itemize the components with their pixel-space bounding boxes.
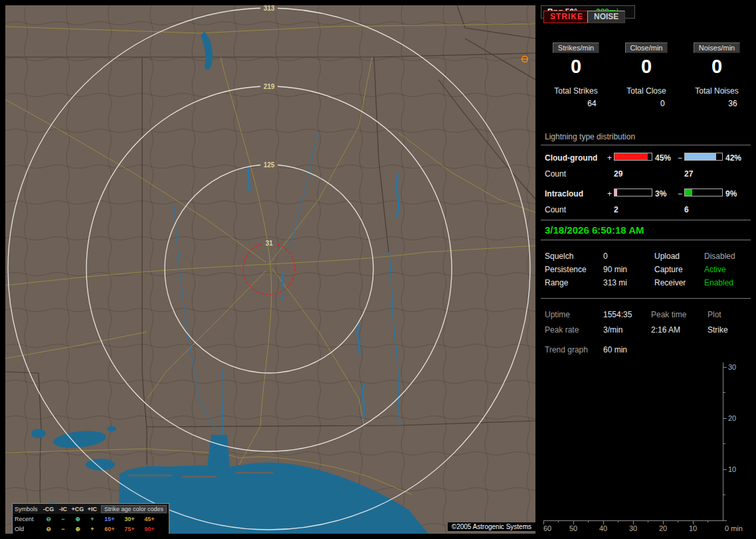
total-noises-value: 36 bbox=[695, 99, 738, 108]
capture-status: Active bbox=[704, 263, 726, 276]
total-close-label: Total Close bbox=[626, 86, 666, 96]
minus-sign: − bbox=[678, 189, 682, 199]
trend-axes bbox=[543, 362, 727, 524]
cg-neg-bar bbox=[684, 153, 723, 161]
capture-label: Capture bbox=[654, 263, 683, 276]
neg-cg-symbol-old: ⊖ bbox=[41, 526, 56, 532]
persistence-label: Persistence bbox=[545, 263, 587, 276]
uptime-row: Uptime 1554:35 Peak time Plot bbox=[541, 308, 752, 321]
total-noises-label: Total Noises bbox=[695, 86, 738, 96]
pos-cg-symbol: ⊕ bbox=[70, 516, 85, 522]
persistence-value: 90 min bbox=[603, 263, 627, 276]
status-panel: STRIKE NOISE Bng 50° 388mi Strikes/min C… bbox=[541, 5, 752, 534]
ring-label-125: 125 bbox=[264, 161, 275, 169]
peak-time-value: 2:16 AM bbox=[651, 323, 680, 337]
close-per-min-value: 0 bbox=[611, 56, 682, 78]
noise-mode-button[interactable]: NOISE bbox=[587, 11, 625, 23]
datetime-display: 3/18/2026 6:50:18 AM bbox=[541, 220, 751, 240]
y-tick-20: 20 bbox=[728, 414, 736, 422]
strikes-per-min-button[interactable]: Strikes/min bbox=[553, 42, 599, 53]
plus-sign: + bbox=[607, 189, 612, 199]
upload-label: Upload bbox=[654, 250, 680, 263]
legend-recent-label: Recent bbox=[15, 516, 41, 522]
legend-old-row: Old ⊖ − ⊕ + 60+ 75+ 90+ bbox=[13, 524, 169, 534]
total-strikes-value: 64 bbox=[554, 99, 597, 108]
peak-rate-label: Peak rate bbox=[545, 323, 579, 337]
age-15: 15+ bbox=[100, 516, 120, 522]
count-label: Count bbox=[545, 169, 566, 179]
count-label: Count bbox=[545, 204, 566, 215]
cg-neg-count: 27 bbox=[684, 169, 693, 179]
trend-tick-labels: 30 20 10 60 50 40 30 20 10 0 min bbox=[543, 363, 743, 532]
receiver-label: Receiver bbox=[654, 276, 686, 289]
range-value: 313 mi bbox=[603, 276, 627, 289]
lightning-map: 313 219 125 31 Symbols -CG -IC +CG +IC bbox=[5, 5, 535, 534]
legend-old-label: Old bbox=[15, 526, 41, 532]
cloud-ground-label: Cloud-ground bbox=[545, 153, 597, 163]
trend-chart: 30 20 10 60 50 40 30 20 10 0 min bbox=[541, 353, 752, 534]
ic-pos-pct: 3% bbox=[655, 189, 666, 199]
x-tick-50: 50 bbox=[569, 524, 577, 532]
legend-symbols-title: Symbols bbox=[15, 506, 41, 512]
legend-recent-row: Recent ⊖ − ⊕ + 15+ 30+ 45+ bbox=[13, 514, 169, 524]
y-tick-30: 30 bbox=[728, 363, 736, 371]
ring-label-219: 219 bbox=[264, 83, 275, 90]
ring-label-31: 31 bbox=[265, 240, 273, 247]
age-90: 90+ bbox=[140, 526, 159, 532]
intracloud-row: Intracloud + 3% − 9% bbox=[541, 189, 752, 199]
copyright-text: ©2005 Astrogenic Systems bbox=[448, 522, 535, 531]
settings-row-2: Persistence 90 min Capture Active bbox=[541, 263, 752, 276]
ic-pos-bar bbox=[614, 189, 652, 196]
neg-ic-symbol: − bbox=[56, 516, 70, 522]
x-tick-20: 20 bbox=[659, 524, 667, 532]
plot-value: Strike bbox=[708, 323, 728, 337]
total-close-value: 0 bbox=[626, 99, 666, 108]
x-tick-30: 30 bbox=[629, 524, 637, 532]
age-75: 75+ bbox=[120, 526, 140, 532]
noises-per-min-button[interactable]: Noises/min bbox=[694, 42, 740, 53]
legend-col-neg-cg: -CG bbox=[41, 506, 56, 512]
range-label: Range bbox=[545, 276, 568, 289]
ic-neg-pct: 9% bbox=[725, 189, 737, 199]
close-per-min-button[interactable]: Close/min bbox=[625, 42, 668, 53]
squelch-label: Squelch bbox=[545, 250, 573, 263]
peak-rate-value: 3/min bbox=[603, 323, 622, 337]
squelch-value: 0 bbox=[603, 250, 608, 263]
pos-ic-symbol-old: + bbox=[85, 526, 100, 532]
neg-cg-symbol: ⊖ bbox=[41, 516, 56, 522]
age-45: 45+ bbox=[140, 516, 159, 522]
noises-per-min-value: 0 bbox=[682, 56, 752, 78]
ic-neg-bar bbox=[684, 189, 723, 196]
peak-rate-row: Peak rate 3/min 2:16 AM Strike bbox=[541, 323, 752, 337]
strike-mode-button[interactable]: STRIKE bbox=[543, 11, 590, 23]
age-60: 60+ bbox=[100, 526, 120, 532]
cloud-ground-count-row: Count 29 27 bbox=[541, 169, 752, 179]
settings-row-3: Range 313 mi Receiver Enabled bbox=[541, 276, 752, 289]
x-tick-60: 60 bbox=[543, 524, 551, 532]
ic-neg-count: 6 bbox=[684, 204, 689, 215]
legend-age-title: Strike age color codes bbox=[101, 505, 167, 513]
peak-time-label: Peak time bbox=[651, 308, 686, 321]
intracloud-label: Intracloud bbox=[545, 189, 583, 199]
strikes-per-min-value: 0 bbox=[541, 56, 611, 78]
x-tick-40: 40 bbox=[599, 524, 607, 532]
cg-pos-bar bbox=[614, 153, 652, 161]
upload-status: Disabled bbox=[704, 250, 735, 263]
legend-header-row: Symbols -CG -IC +CG +IC Strike age color… bbox=[13, 504, 169, 514]
legend-col-neg-ic: -IC bbox=[56, 506, 70, 512]
distribution-section: Lightning type distribution bbox=[541, 131, 752, 142]
distribution-title: Lightning type distribution bbox=[545, 131, 635, 142]
age-30: 30+ bbox=[120, 516, 140, 522]
receiver-status: Enabled bbox=[704, 276, 733, 289]
app-window: 313 219 125 31 Symbols -CG -IC +CG +IC bbox=[0, 0, 756, 539]
pos-ic-symbol: + bbox=[85, 516, 100, 522]
minus-sign: − bbox=[678, 153, 682, 163]
intracloud-count-row: Count 2 6 bbox=[541, 204, 752, 215]
rate-chips-row: Strikes/min Close/min Noises/min bbox=[541, 42, 752, 53]
divider bbox=[541, 298, 751, 299]
rate-values-row: 0 0 0 bbox=[541, 56, 752, 78]
uptime-value: 1554:35 bbox=[603, 308, 632, 321]
divider bbox=[541, 145, 751, 145]
neg-ic-symbol-old: − bbox=[56, 526, 70, 532]
ic-pos-count: 2 bbox=[614, 204, 618, 215]
